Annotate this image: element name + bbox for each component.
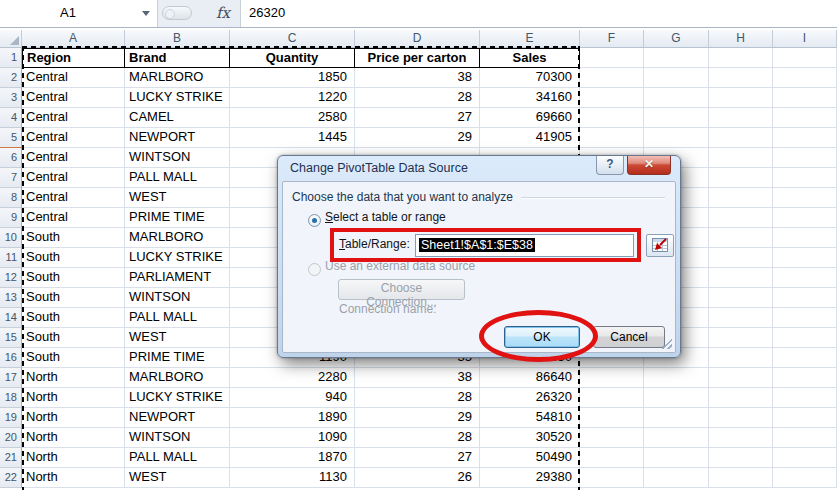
cancel-button[interactable]: Cancel [593,326,665,348]
header-cell-sales[interactable]: Sales [480,48,580,68]
row-header[interactable]: 3 [0,88,22,108]
cell-price[interactable]: 28 [355,428,480,448]
cell-empty[interactable] [644,88,709,108]
cell-quantity[interactable]: 1870 [230,448,355,468]
cell-empty[interactable] [709,468,773,488]
cell-empty[interactable] [709,268,773,288]
cell-quantity[interactable]: 1890 [230,408,355,428]
cell-brand[interactable]: LUCKY STRIKE [125,88,230,108]
header-cell-quantity[interactable]: Quantity [230,48,355,68]
cell-region[interactable]: South [22,328,125,348]
cell-empty[interactable] [773,168,837,188]
radio-select-table-or-range[interactable] [308,214,321,227]
cell-empty[interactable] [580,128,644,148]
row-header[interactable]: 5 [0,128,22,148]
cell-empty[interactable] [773,368,837,388]
choose-connection-button[interactable]: Choose Connection... [338,279,465,300]
cell-price[interactable]: 28 [355,88,480,108]
column-header-c[interactable]: C [230,30,355,47]
formula-bar-splitter[interactable] [162,6,192,20]
cell-empty[interactable] [773,388,837,408]
cell-region[interactable]: North [22,408,125,428]
cell-empty[interactable] [709,128,773,148]
cell-brand[interactable]: PALL MALL [125,308,230,328]
header-cell-region[interactable]: Region [22,48,125,68]
cell-empty[interactable] [709,208,773,228]
cell-empty[interactable] [773,328,837,348]
cell-brand[interactable]: NEWPORT [125,408,230,428]
cell-brand[interactable]: WEST [125,468,230,488]
cell-empty[interactable] [709,168,773,188]
cell-region[interactable]: South [22,228,125,248]
cell-empty[interactable] [773,208,837,228]
cell-sales[interactable]: 69660 [480,108,580,128]
cell-brand[interactable]: LUCKY STRIKE [125,248,230,268]
table-range-input[interactable]: Sheet1!$A$1:$E$38 [415,234,634,257]
cell-empty[interactable] [580,468,644,488]
cell-brand[interactable]: WINTSON [125,148,230,168]
cell-brand[interactable]: PALL MALL [125,448,230,468]
cell-empty[interactable] [580,68,644,88]
cell-quantity[interactable]: 1445 [230,128,355,148]
cell-price[interactable]: 27 [355,108,480,128]
cell-empty[interactable] [709,48,773,68]
cell-empty[interactable] [709,88,773,108]
cell-empty[interactable] [580,108,644,128]
cell-empty[interactable] [644,408,709,428]
cell-region[interactable]: South [22,348,125,368]
row-header[interactable]: 14 [0,308,22,328]
cell-empty[interactable] [773,148,837,168]
cell-empty[interactable] [580,428,644,448]
cell-price[interactable]: 29 [355,408,480,428]
cell-region[interactable]: Central [22,68,125,88]
cell-empty[interactable] [580,48,644,68]
cell-sales[interactable]: 34160 [480,88,580,108]
cell-empty[interactable] [580,448,644,468]
row-header[interactable]: 22 [0,468,22,488]
cell-region[interactable]: Central [22,88,125,108]
cell-brand[interactable]: MARLBORO [125,368,230,388]
cell-empty[interactable] [773,248,837,268]
row-header[interactable]: 15 [0,328,22,348]
column-header-d[interactable]: D [355,30,480,47]
cell-region[interactable]: Central [22,208,125,228]
row-header[interactable]: 21 [0,448,22,468]
cell-price[interactable]: 38 [355,68,480,88]
cell-price[interactable]: 28 [355,388,480,408]
cell-empty[interactable] [580,408,644,428]
cell-empty[interactable] [580,368,644,388]
cell-sales[interactable]: 41905 [480,128,580,148]
cell-quantity[interactable]: 2580 [230,108,355,128]
cell-region[interactable]: Central [22,188,125,208]
cell-empty[interactable] [709,148,773,168]
row-header[interactable]: 7 [0,168,22,188]
cell-empty[interactable] [709,68,773,88]
header-cell-price[interactable]: Price per carton [355,48,480,68]
cell-empty[interactable] [644,428,709,448]
row-header[interactable]: 8 [0,188,22,208]
cell-price[interactable]: 27 [355,448,480,468]
row-header[interactable]: 11 [0,248,22,268]
cell-price[interactable]: 38 [355,368,480,388]
cell-empty[interactable] [644,108,709,128]
row-header[interactable]: 9 [0,208,22,228]
cell-sales[interactable]: 29380 [480,468,580,488]
cell-sales[interactable]: 70300 [480,68,580,88]
cell-price[interactable]: 29 [355,128,480,148]
cell-empty[interactable] [709,308,773,328]
column-header-i[interactable]: I [773,30,837,47]
cell-region[interactable]: Central [22,108,125,128]
cell-empty[interactable] [773,268,837,288]
cell-empty[interactable] [709,388,773,408]
cell-sales[interactable]: 26320 [480,388,580,408]
insert-function-icon[interactable]: fx [216,4,230,22]
cell-brand[interactable]: CAMEL [125,108,230,128]
radio-external-data-source[interactable] [308,263,321,276]
cell-empty[interactable] [773,448,837,468]
cell-brand[interactable]: PALL MALL [125,168,230,188]
cell-region[interactable]: South [22,248,125,268]
cell-empty[interactable] [709,448,773,468]
cell-brand[interactable]: MARLBORO [125,68,230,88]
row-header[interactable]: 18 [0,388,22,408]
cell-brand[interactable]: WEST [125,328,230,348]
